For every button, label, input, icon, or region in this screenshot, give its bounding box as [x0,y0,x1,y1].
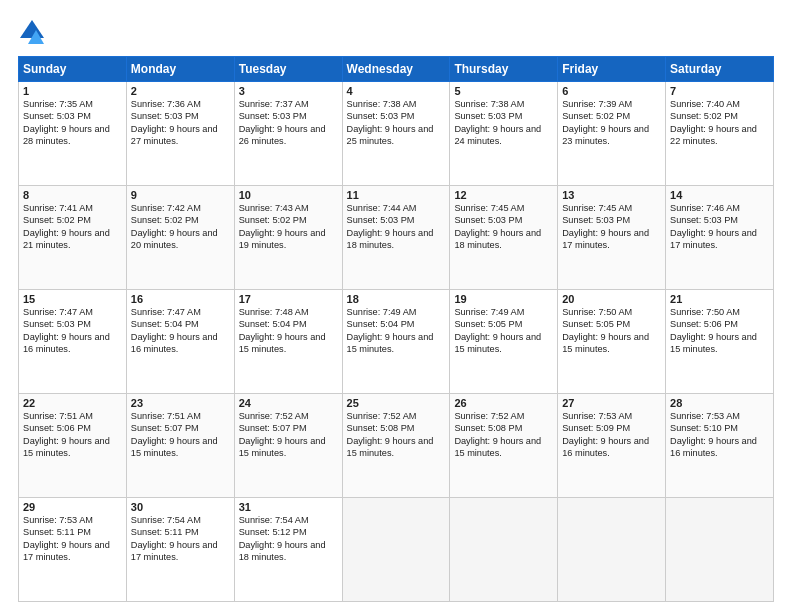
calendar-cell: 24Sunrise: 7:52 AMSunset: 5:07 PMDayligh… [234,394,342,498]
calendar-cell: 19Sunrise: 7:49 AMSunset: 5:05 PMDayligh… [450,290,558,394]
day-info: Sunrise: 7:40 AMSunset: 5:02 PMDaylight:… [670,98,769,148]
day-number: 13 [562,189,661,201]
calendar-cell: 3Sunrise: 7:37 AMSunset: 5:03 PMDaylight… [234,82,342,186]
day-info: Sunrise: 7:37 AMSunset: 5:03 PMDaylight:… [239,98,338,148]
calendar-cell: 26Sunrise: 7:52 AMSunset: 5:08 PMDayligh… [450,394,558,498]
col-header-saturday: Saturday [666,57,774,82]
day-number: 9 [131,189,230,201]
day-number: 23 [131,397,230,409]
day-info: Sunrise: 7:53 AMSunset: 5:11 PMDaylight:… [23,514,122,564]
day-number: 21 [670,293,769,305]
week-row: 1Sunrise: 7:35 AMSunset: 5:03 PMDaylight… [19,82,774,186]
day-info: Sunrise: 7:50 AMSunset: 5:06 PMDaylight:… [670,306,769,356]
day-number: 5 [454,85,553,97]
calendar-cell: 12Sunrise: 7:45 AMSunset: 5:03 PMDayligh… [450,186,558,290]
day-info: Sunrise: 7:47 AMSunset: 5:04 PMDaylight:… [131,306,230,356]
week-row: 15Sunrise: 7:47 AMSunset: 5:03 PMDayligh… [19,290,774,394]
calendar-cell: 16Sunrise: 7:47 AMSunset: 5:04 PMDayligh… [126,290,234,394]
calendar-cell: 20Sunrise: 7:50 AMSunset: 5:05 PMDayligh… [558,290,666,394]
day-info: Sunrise: 7:52 AMSunset: 5:08 PMDaylight:… [347,410,446,460]
week-row: 22Sunrise: 7:51 AMSunset: 5:06 PMDayligh… [19,394,774,498]
logo-icon [18,18,46,46]
day-number: 29 [23,501,122,513]
day-number: 28 [670,397,769,409]
day-number: 20 [562,293,661,305]
calendar-cell: 17Sunrise: 7:48 AMSunset: 5:04 PMDayligh… [234,290,342,394]
week-row: 29Sunrise: 7:53 AMSunset: 5:11 PMDayligh… [19,498,774,602]
day-info: Sunrise: 7:38 AMSunset: 5:03 PMDaylight:… [454,98,553,148]
day-number: 8 [23,189,122,201]
day-info: Sunrise: 7:35 AMSunset: 5:03 PMDaylight:… [23,98,122,148]
day-info: Sunrise: 7:41 AMSunset: 5:02 PMDaylight:… [23,202,122,252]
calendar-cell: 25Sunrise: 7:52 AMSunset: 5:08 PMDayligh… [342,394,450,498]
logo [18,18,50,46]
day-info: Sunrise: 7:48 AMSunset: 5:04 PMDaylight:… [239,306,338,356]
calendar-cell: 9Sunrise: 7:42 AMSunset: 5:02 PMDaylight… [126,186,234,290]
calendar-cell: 13Sunrise: 7:45 AMSunset: 5:03 PMDayligh… [558,186,666,290]
day-number: 16 [131,293,230,305]
calendar-cell [450,498,558,602]
week-row: 8Sunrise: 7:41 AMSunset: 5:02 PMDaylight… [19,186,774,290]
calendar-cell: 6Sunrise: 7:39 AMSunset: 5:02 PMDaylight… [558,82,666,186]
calendar-table: SundayMondayTuesdayWednesdayThursdayFrid… [18,56,774,602]
day-info: Sunrise: 7:46 AMSunset: 5:03 PMDaylight:… [670,202,769,252]
day-info: Sunrise: 7:49 AMSunset: 5:05 PMDaylight:… [454,306,553,356]
day-number: 11 [347,189,446,201]
day-number: 17 [239,293,338,305]
day-info: Sunrise: 7:45 AMSunset: 5:03 PMDaylight:… [562,202,661,252]
day-info: Sunrise: 7:50 AMSunset: 5:05 PMDaylight:… [562,306,661,356]
calendar-cell [666,498,774,602]
calendar-cell: 7Sunrise: 7:40 AMSunset: 5:02 PMDaylight… [666,82,774,186]
calendar-cell: 28Sunrise: 7:53 AMSunset: 5:10 PMDayligh… [666,394,774,498]
day-info: Sunrise: 7:51 AMSunset: 5:07 PMDaylight:… [131,410,230,460]
day-info: Sunrise: 7:53 AMSunset: 5:09 PMDaylight:… [562,410,661,460]
day-number: 19 [454,293,553,305]
day-info: Sunrise: 7:36 AMSunset: 5:03 PMDaylight:… [131,98,230,148]
col-header-friday: Friday [558,57,666,82]
day-info: Sunrise: 7:44 AMSunset: 5:03 PMDaylight:… [347,202,446,252]
calendar-cell: 18Sunrise: 7:49 AMSunset: 5:04 PMDayligh… [342,290,450,394]
day-number: 31 [239,501,338,513]
calendar-cell [342,498,450,602]
calendar-cell: 29Sunrise: 7:53 AMSunset: 5:11 PMDayligh… [19,498,127,602]
day-number: 22 [23,397,122,409]
day-number: 15 [23,293,122,305]
day-info: Sunrise: 7:52 AMSunset: 5:08 PMDaylight:… [454,410,553,460]
day-info: Sunrise: 7:49 AMSunset: 5:04 PMDaylight:… [347,306,446,356]
day-number: 30 [131,501,230,513]
col-header-tuesday: Tuesday [234,57,342,82]
calendar-cell [558,498,666,602]
day-number: 25 [347,397,446,409]
day-info: Sunrise: 7:52 AMSunset: 5:07 PMDaylight:… [239,410,338,460]
day-info: Sunrise: 7:51 AMSunset: 5:06 PMDaylight:… [23,410,122,460]
day-info: Sunrise: 7:45 AMSunset: 5:03 PMDaylight:… [454,202,553,252]
calendar-cell: 10Sunrise: 7:43 AMSunset: 5:02 PMDayligh… [234,186,342,290]
calendar-cell: 14Sunrise: 7:46 AMSunset: 5:03 PMDayligh… [666,186,774,290]
calendar-cell: 4Sunrise: 7:38 AMSunset: 5:03 PMDaylight… [342,82,450,186]
col-header-sunday: Sunday [19,57,127,82]
day-info: Sunrise: 7:38 AMSunset: 5:03 PMDaylight:… [347,98,446,148]
day-number: 1 [23,85,122,97]
day-number: 4 [347,85,446,97]
day-number: 3 [239,85,338,97]
day-number: 24 [239,397,338,409]
calendar-cell: 23Sunrise: 7:51 AMSunset: 5:07 PMDayligh… [126,394,234,498]
calendar-cell: 22Sunrise: 7:51 AMSunset: 5:06 PMDayligh… [19,394,127,498]
day-info: Sunrise: 7:54 AMSunset: 5:11 PMDaylight:… [131,514,230,564]
col-header-thursday: Thursday [450,57,558,82]
day-number: 12 [454,189,553,201]
svg-marker-0 [20,20,44,38]
day-info: Sunrise: 7:47 AMSunset: 5:03 PMDaylight:… [23,306,122,356]
calendar-cell: 27Sunrise: 7:53 AMSunset: 5:09 PMDayligh… [558,394,666,498]
col-header-wednesday: Wednesday [342,57,450,82]
page: SundayMondayTuesdayWednesdayThursdayFrid… [0,0,792,612]
day-number: 6 [562,85,661,97]
calendar-cell: 15Sunrise: 7:47 AMSunset: 5:03 PMDayligh… [19,290,127,394]
calendar-cell: 31Sunrise: 7:54 AMSunset: 5:12 PMDayligh… [234,498,342,602]
col-header-monday: Monday [126,57,234,82]
calendar-cell: 5Sunrise: 7:38 AMSunset: 5:03 PMDaylight… [450,82,558,186]
calendar-cell: 1Sunrise: 7:35 AMSunset: 5:03 PMDaylight… [19,82,127,186]
day-number: 2 [131,85,230,97]
day-info: Sunrise: 7:39 AMSunset: 5:02 PMDaylight:… [562,98,661,148]
day-number: 7 [670,85,769,97]
